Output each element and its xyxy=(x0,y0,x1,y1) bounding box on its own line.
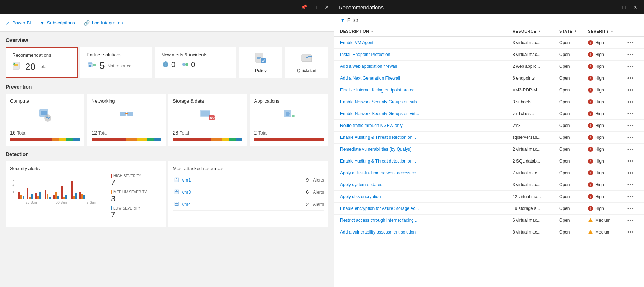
vm3-name[interactable]: vm3 xyxy=(182,189,303,195)
td-description: Enable Auditing & Threat detection on... xyxy=(340,159,513,164)
right-minimize-icon[interactable]: □ xyxy=(620,3,628,11)
right-close-icon[interactable]: ✕ xyxy=(631,3,640,11)
th-description[interactable]: DESCRIPTION ▲ xyxy=(340,29,513,33)
log-integration-button[interactable]: 🔗 Log Integration xyxy=(84,20,123,26)
td-more-button[interactable]: ••• xyxy=(627,63,638,69)
td-more-button[interactable]: ••• xyxy=(627,146,638,152)
detection-grid: Security alerts 6 4 2 0 xyxy=(6,161,328,227)
td-description: Apply a Just-In-Time network access co..… xyxy=(340,170,513,175)
powerbi-label: Power BI xyxy=(12,20,31,25)
td-description: Install Endpoint Protection xyxy=(340,52,513,57)
resource-item-vm1[interactable]: 🖥 vm1 9 Alerts xyxy=(173,174,324,186)
table-row[interactable]: Route traffic through NGFW only vm3 Open… xyxy=(334,120,644,132)
vm1-name[interactable]: vm1 xyxy=(182,177,303,183)
td-more-button[interactable]: ••• xyxy=(627,99,638,105)
close-icon[interactable]: ✕ xyxy=(323,3,331,11)
table-row[interactable]: Apply disk encryption 12 virtual ma... O… xyxy=(334,191,644,203)
table-row[interactable]: Restrict access through Internet facing.… xyxy=(334,215,644,226)
right-panel: Recommendations □ ✕ ▼ Filter DESCRIPTION… xyxy=(334,0,644,287)
recommendations-card[interactable]: Recommendations 20 Total xyxy=(6,47,78,78)
medium-severity-item: MEDIUM SEVERITY 3 xyxy=(111,190,161,203)
security-alerts-card[interactable]: Security alerts 6 4 2 0 xyxy=(6,161,166,227)
applications-card[interactable]: Applications 2 Total xyxy=(250,94,329,146)
policy-card[interactable]: Policy xyxy=(239,47,282,78)
th-severity[interactable]: SEVERITY ▲ xyxy=(588,29,627,33)
td-more-button[interactable]: ••• xyxy=(627,217,638,223)
severity-high-icon: ! xyxy=(588,159,593,164)
td-more-button[interactable]: ••• xyxy=(627,194,638,199)
storage-card[interactable]: Storage & data SQL 28 Total xyxy=(168,94,247,146)
td-severity: !High xyxy=(588,147,627,152)
td-description: Restrict access through Internet facing.… xyxy=(340,218,513,223)
recommendations-table: DESCRIPTION ▲ RESOURCE ▲ STATE ▲ SEVERIT… xyxy=(334,26,644,287)
resource-item-vm3[interactable]: 🖥 vm3 6 Alerts xyxy=(173,186,324,198)
td-state: Open xyxy=(559,230,588,235)
partner-solutions-value-row: 5 Not reported xyxy=(87,60,146,71)
td-more-button[interactable]: ••• xyxy=(627,158,638,164)
vm4-name[interactable]: vm4 xyxy=(182,202,303,207)
most-attacked-card[interactable]: Most attacked resources 🖥 vm1 9 Alerts 🖥… xyxy=(168,161,328,227)
td-severity: !High xyxy=(588,194,627,199)
resource-item-vm4[interactable]: 🖥 vm4 2 Alerts xyxy=(173,198,324,211)
networking-card[interactable]: Networking 12 Total xyxy=(87,94,166,146)
applications-count: 2 Total xyxy=(254,130,324,136)
detection-title: Detection xyxy=(6,151,328,157)
td-state: Open xyxy=(559,99,588,104)
td-description: Enable Network Security Groups on virt..… xyxy=(340,111,513,116)
table-row[interactable]: Finalize Internet facing endpoint protec… xyxy=(334,84,644,96)
pin-icon[interactable]: 📌 xyxy=(300,3,308,11)
severity-high-icon: ! xyxy=(588,182,593,187)
vm4-label: Alerts xyxy=(313,202,324,207)
td-resource: 2 SQL datab... xyxy=(513,159,559,164)
new-alerts-card[interactable]: New alerts & incidents ! 0 xyxy=(155,47,236,78)
severity-high-icon: ! xyxy=(588,52,593,57)
td-resource: sqlserver1as... xyxy=(513,135,559,140)
quickstart-card[interactable]: Quickstart xyxy=(285,47,328,78)
td-more-button[interactable]: ••• xyxy=(627,75,638,81)
table-row[interactable]: Enable encryption for Azure Storage Ac..… xyxy=(334,203,644,215)
td-more-button[interactable]: ••• xyxy=(627,40,638,46)
table-row[interactable]: Enable Auditing & Threat detection on...… xyxy=(334,132,644,144)
table-row[interactable]: Enable Network Security Groups on sub...… xyxy=(334,96,644,108)
recommendations-value-row: 20 Total xyxy=(12,61,71,73)
compute-card[interactable]: Compute 16 Total xyxy=(6,94,84,146)
table-row[interactable]: Add a web application firewall 2 web app… xyxy=(334,61,644,72)
recommendations-card-title: Recommendations xyxy=(12,52,71,58)
td-description: Finalize Internet facing endpoint protec… xyxy=(340,88,513,93)
table-row[interactable]: Apply system updates 3 virtual mac... Op… xyxy=(334,179,644,191)
td-more-button[interactable]: ••• xyxy=(627,206,638,211)
applications-icon xyxy=(254,107,324,127)
td-severity: !High xyxy=(588,76,627,81)
minimize-icon[interactable]: □ xyxy=(311,3,320,11)
resource-list: 🖥 vm1 9 Alerts 🖥 vm3 6 Alerts 🖥 vm4 xyxy=(173,174,324,211)
table-row[interactable]: Install Endpoint Protection 8 virtual ma… xyxy=(334,49,644,61)
td-more-button[interactable]: ••• xyxy=(627,170,638,176)
th-state[interactable]: STATE ▲ xyxy=(559,29,588,33)
table-row[interactable]: Add a Next Generation Firewall 6 endpoin… xyxy=(334,72,644,84)
td-more-button[interactable]: ••• xyxy=(627,182,638,188)
networking-title: Networking xyxy=(92,98,162,104)
y-axis: 6 4 2 0 xyxy=(10,178,16,199)
td-more-button[interactable]: ••• xyxy=(627,111,638,117)
table-row[interactable]: Add a vulnerability assessment solution … xyxy=(334,226,644,238)
td-state: Open xyxy=(559,159,588,164)
td-more-button[interactable]: ••• xyxy=(627,87,638,93)
table-row[interactable]: Remediate vulnerabilities (by Qualys) 2 … xyxy=(334,144,644,155)
left-top-bar: 📌 □ ✕ xyxy=(0,0,334,14)
td-more-button[interactable]: ••• xyxy=(627,229,638,235)
th-resource[interactable]: RESOURCE ▲ xyxy=(513,29,559,33)
td-more-button[interactable]: ••• xyxy=(627,135,638,140)
severity-high-icon: ! xyxy=(588,135,593,140)
table-row[interactable]: Enable Auditing & Threat detection on...… xyxy=(334,155,644,167)
td-state: Open xyxy=(559,111,588,116)
table-row[interactable]: Enable VM Agent 3 virtual mac... Open !H… xyxy=(334,37,644,49)
td-more-button[interactable]: ••• xyxy=(627,123,638,128)
powerbi-button[interactable]: ↗ Power BI xyxy=(6,20,31,26)
table-row[interactable]: Apply a Just-In-Time network access co..… xyxy=(334,167,644,179)
severity-high-icon: ! xyxy=(588,64,593,69)
subscriptions-button[interactable]: ▼ Subscriptions xyxy=(40,20,75,26)
partner-solutions-card[interactable]: Partner solutions 5 Not reported xyxy=(80,47,152,78)
sort-state-icon: ▲ xyxy=(574,29,577,33)
table-row[interactable]: Enable Network Security Groups on virt..… xyxy=(334,108,644,120)
td-more-button[interactable]: ••• xyxy=(627,52,638,57)
